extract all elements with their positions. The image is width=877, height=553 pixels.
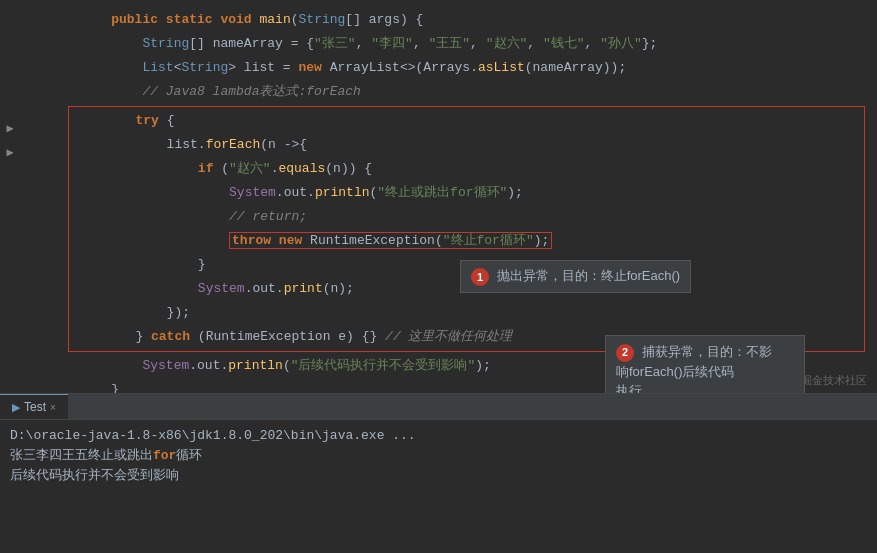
badge-2: 2 (616, 344, 634, 362)
badge-1: 1 (471, 268, 489, 286)
close-foreach-line: }); (73, 301, 860, 325)
tab-test-label: Test (24, 400, 46, 414)
tooltip-1: 1 抛出异常，目的：终止forEach() (460, 260, 691, 293)
tooltip-2-text: 捕获异常，目的：不影响forEach()后续代码执行 (616, 344, 772, 393)
try-block: try { list.forEach(n ->{ if ("赵六".equals… (68, 106, 865, 352)
console-output-1: 张三李四王五终止或跳出for循环 (10, 446, 867, 466)
foreach-line: list.forEach(n ->{ (73, 133, 860, 157)
tab-close-icon[interactable]: × (50, 402, 56, 413)
bottom-panel: ▶ Test × D:\oracle-java-1.8-x86\jdk1.8.0… (0, 393, 877, 553)
tab-test[interactable]: ▶ Test × (0, 394, 68, 419)
if-line: if ("赵六".equals(n)) { (73, 157, 860, 181)
tooltip-2: 2 捕获异常，目的：不影响forEach()后续代码执行 (605, 335, 805, 393)
code-area: ▶ ▶ public static void main(String[] arg… (0, 0, 877, 393)
up-arrow-btn[interactable]: ▶ (2, 120, 18, 136)
println-line: System.out.println("终止或跳出for循环"); (73, 181, 860, 205)
code-line-2: String[] nameArray = {"张三", "李四", "王五", … (0, 32, 877, 56)
left-arrows: ▶ ▶ (0, 0, 20, 393)
console-path: D:\oracle-java-1.8-x86\jdk1.8.0_202\bin\… (10, 426, 867, 446)
console-content: D:\oracle-java-1.8-x86\jdk1.8.0_202\bin\… (0, 420, 877, 492)
down-arrow-btn[interactable]: ▶ (2, 144, 18, 160)
return-comment-line: // return; (73, 205, 860, 229)
code-line-3: List<String> list = new ArrayList<>(Arra… (0, 56, 877, 80)
code-line-1: public static void main(String[] args) { (0, 8, 877, 32)
console-output-2: 后续代码执行并不会受到影响 (10, 466, 867, 486)
throw-line: throw new RuntimeException("终止for循环"); (73, 229, 860, 253)
tooltip-1-text: 抛出异常，目的：终止forEach() (497, 268, 680, 283)
code-line-4: // Java8 lambda表达式:forEach (0, 80, 877, 104)
main-container: ▶ ▶ public static void main(String[] arg… (0, 0, 877, 553)
try-line: try { (73, 109, 860, 133)
bottom-tabs: ▶ Test × (0, 394, 877, 420)
